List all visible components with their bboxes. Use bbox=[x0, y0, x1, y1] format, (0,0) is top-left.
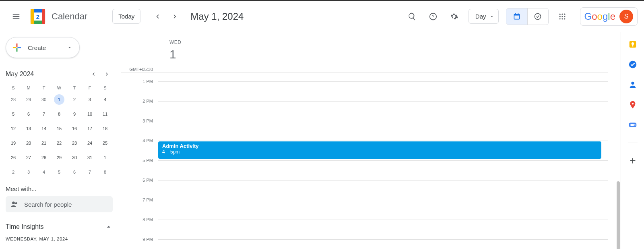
mini-date-cell[interactable]: 16 bbox=[67, 123, 82, 134]
hour-gridline bbox=[158, 180, 608, 181]
svg-rect-24 bbox=[17, 48, 18, 52]
svg-point-20 bbox=[559, 18, 560, 19]
mini-date-cell[interactable]: 6 bbox=[21, 109, 36, 119]
time-insights-label: Time Insights bbox=[6, 223, 44, 230]
timezone-label: GMT+05:30 bbox=[130, 67, 153, 72]
maps-pin-icon bbox=[628, 100, 637, 109]
mini-prev-month-button[interactable] bbox=[88, 68, 99, 80]
mini-date-cell[interactable]: 17 bbox=[82, 123, 97, 134]
hour-label: 6 PM bbox=[142, 178, 153, 183]
mini-date-cell[interactable]: 4 bbox=[36, 167, 52, 177]
sidebar: Create May 2024 SMTWTFS 2829301234567891… bbox=[0, 32, 121, 249]
event-time: 4 – 5pm bbox=[162, 149, 597, 155]
main-menu-button[interactable] bbox=[6, 7, 26, 26]
mini-date-cell[interactable]: 18 bbox=[97, 123, 113, 134]
svg-rect-4 bbox=[42, 9, 45, 24]
caret-down-icon bbox=[489, 14, 494, 19]
mini-date-cell[interactable]: 19 bbox=[6, 138, 21, 148]
calendar-logo[interactable]: 2 bbox=[29, 8, 47, 25]
google-account-chip[interactable]: Google S bbox=[580, 7, 638, 26]
time-insights-header[interactable]: Time Insights bbox=[6, 223, 113, 231]
main-grid: GMT+05:30 1 PM2 PM3 PM4 PM5 PM6 PM7 PM8 … bbox=[121, 32, 621, 249]
next-period-button[interactable] bbox=[168, 9, 182, 24]
mini-date-cell[interactable]: 22 bbox=[52, 138, 67, 148]
mini-date-cell[interactable]: 12 bbox=[6, 123, 21, 134]
day-of-week-label: WED bbox=[169, 39, 614, 45]
settings-button[interactable] bbox=[445, 8, 463, 25]
svg-text:2: 2 bbox=[36, 13, 39, 20]
search-people-input[interactable]: Search for people bbox=[6, 196, 113, 212]
view-switcher-dropdown[interactable]: Day bbox=[469, 9, 499, 24]
google-apps-button[interactable] bbox=[553, 8, 571, 25]
day-column[interactable]: WED 1 Admin Activity 4 – 5pm bbox=[158, 32, 614, 249]
svg-text:?: ? bbox=[432, 14, 434, 19]
mini-date-cell[interactable]: 29 bbox=[52, 152, 67, 163]
mini-date-cell[interactable]: 7 bbox=[82, 167, 97, 177]
mini-week-row: 567891011 bbox=[6, 109, 113, 119]
search-button[interactable] bbox=[403, 8, 421, 25]
keep-app-button[interactable] bbox=[628, 39, 638, 49]
hour-label: 8 PM bbox=[142, 217, 153, 222]
mini-date-cell[interactable]: 2 bbox=[6, 167, 21, 177]
mini-date-cell[interactable]: 20 bbox=[21, 138, 36, 148]
scrollbar-thumb[interactable] bbox=[617, 181, 620, 249]
get-addons-button[interactable] bbox=[628, 156, 638, 166]
mini-date-cell[interactable]: 1 bbox=[54, 94, 64, 105]
mini-date-cell[interactable]: 14 bbox=[36, 123, 52, 134]
chevron-left-icon bbox=[90, 71, 97, 77]
mini-date-cell[interactable]: 7 bbox=[36, 109, 52, 119]
mini-date-cell[interactable]: 8 bbox=[97, 167, 113, 177]
mini-date-cell[interactable]: 26 bbox=[6, 152, 21, 163]
prev-period-button[interactable] bbox=[150, 9, 165, 24]
svg-point-33 bbox=[631, 82, 634, 85]
mini-date-cell[interactable]: 31 bbox=[82, 152, 97, 163]
mini-date-cell[interactable]: 23 bbox=[67, 138, 82, 148]
mini-date-cell[interactable]: 2 bbox=[67, 94, 82, 105]
svg-point-16 bbox=[564, 13, 565, 15]
mini-date-cell[interactable]: 29 bbox=[21, 94, 36, 105]
contacts-app-button[interactable] bbox=[628, 80, 638, 89]
mini-date-cell[interactable]: 15 bbox=[52, 123, 67, 134]
svg-rect-11 bbox=[515, 13, 516, 15]
right-side-panel bbox=[621, 32, 644, 249]
mini-date-cell[interactable]: 21 bbox=[36, 138, 52, 148]
svg-point-28 bbox=[15, 202, 17, 204]
mini-date-cell[interactable]: 6 bbox=[67, 167, 82, 177]
mini-date-cell[interactable]: 27 bbox=[21, 152, 36, 163]
tasks-app-button[interactable] bbox=[628, 60, 638, 69]
mini-date-cell[interactable]: 24 bbox=[82, 138, 97, 148]
mini-date-cell[interactable]: 30 bbox=[36, 94, 52, 105]
mini-date-cell[interactable]: 28 bbox=[36, 152, 52, 163]
google-logo-text: Google bbox=[584, 11, 615, 22]
mini-date-cell[interactable]: 8 bbox=[52, 109, 67, 119]
mini-date-cell[interactable]: 30 bbox=[67, 152, 82, 163]
mini-date-cell[interactable]: 28 bbox=[6, 94, 21, 105]
mini-date-cell[interactable]: 3 bbox=[82, 94, 97, 105]
today-button[interactable]: Today bbox=[112, 9, 140, 24]
mini-date-cell[interactable]: 9 bbox=[67, 109, 82, 119]
mini-date-cell[interactable]: 4 bbox=[97, 94, 113, 105]
body-area: Create May 2024 SMTWTFS 2829301234567891… bbox=[0, 32, 644, 249]
account-avatar[interactable]: S bbox=[619, 10, 633, 23]
support-button[interactable]: ? bbox=[424, 8, 442, 25]
mini-date-cell[interactable]: 5 bbox=[6, 109, 21, 119]
mini-date-cell[interactable]: 10 bbox=[82, 109, 97, 119]
mini-date-cell[interactable]: 5 bbox=[52, 167, 67, 177]
tasks-view-toggle[interactable] bbox=[527, 8, 548, 25]
mini-date-cell[interactable]: 11 bbox=[97, 109, 113, 119]
mini-next-month-button[interactable] bbox=[101, 68, 113, 80]
mini-date-cell[interactable]: 3 bbox=[21, 167, 36, 177]
mini-date-cell[interactable]: 13 bbox=[21, 123, 36, 134]
event-block[interactable]: Admin Activity 4 – 5pm bbox=[158, 141, 601, 159]
calendar-view-toggle[interactable] bbox=[506, 8, 527, 25]
create-button[interactable]: Create bbox=[6, 37, 80, 58]
svg-rect-23 bbox=[17, 44, 18, 47]
svg-rect-36 bbox=[630, 124, 634, 126]
mini-date-cell[interactable]: 1 bbox=[97, 152, 113, 163]
keep-icon bbox=[628, 40, 637, 49]
gear-icon bbox=[450, 12, 458, 21]
meet-app-button[interactable] bbox=[628, 120, 638, 130]
time-insights-date: WEDNESDAY, MAY 1, 2024 bbox=[6, 237, 113, 241]
mini-date-cell[interactable]: 25 bbox=[97, 138, 113, 148]
maps-app-button[interactable] bbox=[628, 100, 638, 110]
